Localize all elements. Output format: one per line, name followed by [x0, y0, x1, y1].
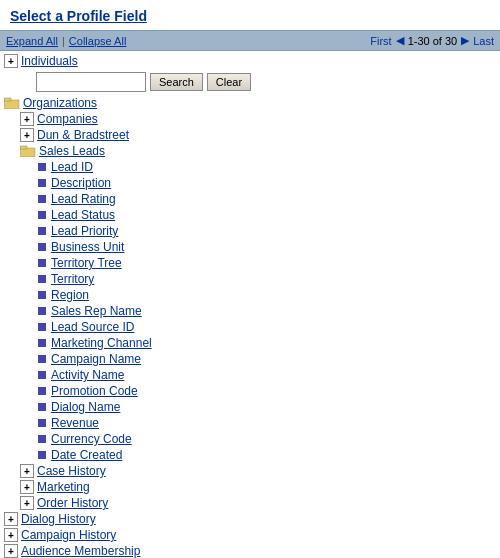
- field-label[interactable]: Territory Tree: [51, 256, 122, 270]
- folder-icon-organizations: [4, 97, 20, 109]
- bullet-icon: [38, 259, 46, 267]
- field-label[interactable]: Lead Source ID: [51, 320, 134, 334]
- field-label[interactable]: Marketing Channel: [51, 336, 152, 350]
- expand-icon-individuals[interactable]: +: [4, 54, 18, 68]
- field-label[interactable]: Sales Rep Name: [51, 304, 142, 318]
- svg-rect-1: [4, 98, 11, 101]
- list-item[interactable]: Region: [0, 287, 500, 303]
- clear-button[interactable]: Clear: [207, 73, 251, 91]
- expand-icon-case-history[interactable]: +: [20, 464, 34, 478]
- list-item[interactable]: Lead Source ID: [0, 319, 500, 335]
- field-label[interactable]: Lead Rating: [51, 192, 116, 206]
- bullet-icon: [38, 323, 46, 331]
- bullet-icon: [38, 211, 46, 219]
- list-item[interactable]: Marketing Channel: [0, 335, 500, 351]
- sales-leads-fields: Lead ID Description Lead Rating Lead Sta…: [0, 159, 500, 463]
- list-item[interactable]: Business Unit: [0, 239, 500, 255]
- tree-item-companies[interactable]: + Companies: [0, 111, 500, 127]
- nav-last[interactable]: Last: [473, 35, 494, 47]
- expand-icon-companies[interactable]: +: [20, 112, 34, 126]
- search-row: Search Clear: [0, 69, 500, 95]
- field-label[interactable]: Dialog Name: [51, 400, 120, 414]
- list-item[interactable]: Currency Code: [0, 431, 500, 447]
- field-label[interactable]: Description: [51, 176, 111, 190]
- field-label[interactable]: Territory: [51, 272, 94, 286]
- svg-rect-3: [20, 146, 27, 149]
- case-history-label[interactable]: Case History: [37, 464, 106, 478]
- field-label[interactable]: Business Unit: [51, 240, 124, 254]
- list-item[interactable]: Activity Name: [0, 367, 500, 383]
- tree-item-dun-bradstreet[interactable]: + Dun & Bradstreet: [0, 127, 500, 143]
- sales-leads-label[interactable]: Sales Leads: [39, 144, 105, 158]
- field-label[interactable]: Promotion Code: [51, 384, 138, 398]
- field-label[interactable]: Currency Code: [51, 432, 132, 446]
- organizations-label[interactable]: Organizations: [23, 96, 97, 110]
- nav-next-icon[interactable]: ▶: [461, 34, 469, 47]
- list-item[interactable]: Dialog Name: [0, 399, 500, 415]
- marketing-label[interactable]: Marketing: [37, 480, 90, 494]
- expand-all-link[interactable]: Expand All: [6, 35, 58, 47]
- list-item[interactable]: Promotion Code: [0, 383, 500, 399]
- bullet-icon: [38, 419, 46, 427]
- nav-first[interactable]: First: [370, 35, 391, 47]
- bullet-icon: [38, 243, 46, 251]
- tree-item-campaign-history[interactable]: + Campaign History: [0, 527, 500, 543]
- tree-item-individuals[interactable]: + Individuals: [0, 53, 500, 69]
- individuals-label[interactable]: Individuals: [21, 54, 78, 68]
- list-item[interactable]: Description: [0, 175, 500, 191]
- list-item[interactable]: Lead Priority: [0, 223, 500, 239]
- bullet-icon: [38, 355, 46, 363]
- nav-prev-icon[interactable]: ◀: [396, 34, 404, 47]
- expand-icon-dun[interactable]: +: [20, 128, 34, 142]
- collapse-all-link[interactable]: Collapse All: [69, 35, 126, 47]
- bullet-icon: [38, 227, 46, 235]
- companies-label[interactable]: Companies: [37, 112, 98, 126]
- order-history-label[interactable]: Order History: [37, 496, 108, 510]
- bullet-icon: [38, 451, 46, 459]
- dialog-history-label[interactable]: Dialog History: [21, 512, 96, 526]
- list-item[interactable]: Sales Rep Name: [0, 303, 500, 319]
- list-item[interactable]: Lead ID: [0, 159, 500, 175]
- page-range: 1-30 of 30: [408, 35, 458, 47]
- search-button[interactable]: Search: [150, 73, 203, 91]
- bullet-icon: [38, 435, 46, 443]
- tree-item-audience-membership[interactable]: + Audience Membership: [0, 543, 500, 558]
- bullet-icon: [38, 179, 46, 187]
- tree-item-order-history[interactable]: + Order History: [0, 495, 500, 511]
- svg-rect-0: [4, 100, 19, 109]
- tree-item-case-history[interactable]: + Case History: [0, 463, 500, 479]
- tree-item-sales-leads[interactable]: Sales Leads: [0, 143, 500, 159]
- tree-item-dialog-history[interactable]: + Dialog History: [0, 511, 500, 527]
- field-label[interactable]: Revenue: [51, 416, 99, 430]
- bullet-icon: [38, 403, 46, 411]
- field-label[interactable]: Region: [51, 288, 89, 302]
- field-label[interactable]: Lead Status: [51, 208, 115, 222]
- bullet-icon: [38, 387, 46, 395]
- list-item[interactable]: Date Created: [0, 447, 500, 463]
- audience-membership-label[interactable]: Audience Membership: [21, 544, 140, 558]
- field-label[interactable]: Lead ID: [51, 160, 93, 174]
- bullet-icon: [38, 163, 46, 171]
- expand-icon-order-history[interactable]: +: [20, 496, 34, 510]
- list-item[interactable]: Lead Rating: [0, 191, 500, 207]
- campaign-history-label[interactable]: Campaign History: [21, 528, 116, 542]
- expand-icon-audience-membership[interactable]: +: [4, 544, 18, 558]
- field-label[interactable]: Lead Priority: [51, 224, 118, 238]
- list-item[interactable]: Territory Tree: [0, 255, 500, 271]
- field-label[interactable]: Campaign Name: [51, 352, 141, 366]
- tree-item-marketing[interactable]: + Marketing: [0, 479, 500, 495]
- field-label[interactable]: Activity Name: [51, 368, 124, 382]
- expand-icon-marketing[interactable]: +: [20, 480, 34, 494]
- expand-icon-dialog-history[interactable]: +: [4, 512, 18, 526]
- search-input[interactable]: [36, 72, 146, 92]
- field-label[interactable]: Date Created: [51, 448, 122, 462]
- list-item[interactable]: Campaign Name: [0, 351, 500, 367]
- list-item[interactable]: Revenue: [0, 415, 500, 431]
- svg-rect-2: [20, 148, 35, 157]
- toolbar: Expand All | Collapse All First ◀ 1-30 o…: [0, 30, 500, 51]
- expand-icon-campaign-history[interactable]: +: [4, 528, 18, 542]
- dun-bradstreet-label[interactable]: Dun & Bradstreet: [37, 128, 129, 142]
- list-item[interactable]: Territory: [0, 271, 500, 287]
- list-item[interactable]: Lead Status: [0, 207, 500, 223]
- tree-item-organizations[interactable]: Organizations: [0, 95, 500, 111]
